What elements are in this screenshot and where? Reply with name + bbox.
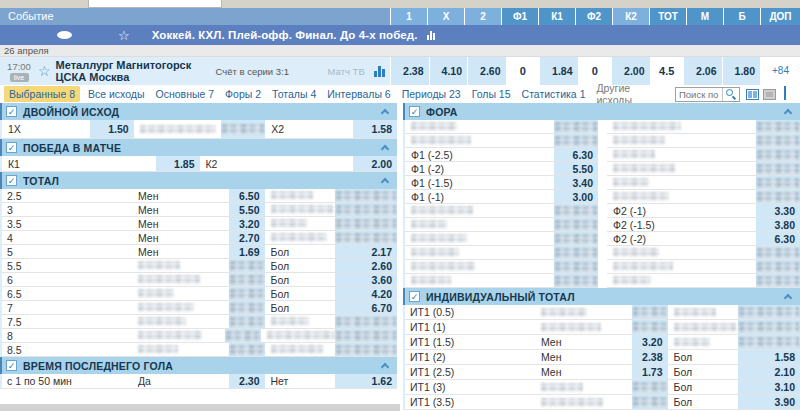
odds-value[interactable]: 2.00 xyxy=(353,156,397,171)
odds-value[interactable]: 2.60 xyxy=(335,259,397,272)
odds-value[interactable]: 3.60 xyxy=(335,273,397,286)
market-row xyxy=(607,190,800,204)
checkbox-checked-icon[interactable]: ✓ xyxy=(6,106,17,117)
odds-value[interactable]: 4.20 xyxy=(335,287,397,300)
blurred-odds-cell xyxy=(554,246,598,259)
checkbox-checked-icon[interactable]: ✓ xyxy=(6,360,17,371)
market-tab[interactable]: Выбранные 8 xyxy=(4,86,80,102)
chevron-up-icon[interactable] xyxy=(784,294,792,302)
market-tab[interactable]: Форы 2 xyxy=(225,88,261,100)
odds-value[interactable]: 3.30 xyxy=(756,204,800,217)
odds-value[interactable]: 5.50 xyxy=(229,203,265,216)
selection-label: Да xyxy=(132,375,229,387)
odds-value[interactable]: 1.50 xyxy=(90,120,134,138)
match-odds-cell[interactable]: 1.84 xyxy=(539,57,578,85)
odds-value[interactable]: 1.85 xyxy=(156,156,200,171)
odds-value[interactable]: 3.80 xyxy=(756,218,800,231)
blur-pixels xyxy=(230,261,264,271)
additional-markets-cell[interactable]: +84 xyxy=(760,57,800,85)
fora-stack: Ф2 (-1)3.30Ф2 (-1.5)3.80Ф2 (-2)6.30 xyxy=(607,120,800,288)
market-tab[interactable]: Основные 7 xyxy=(156,88,215,100)
match-odds-cell[interactable]: 0 xyxy=(506,57,540,85)
market-row: Ф2 (-1.5)3.80 xyxy=(607,218,800,232)
market-param: ИТ1 (1.5) xyxy=(405,336,535,348)
section-header: ✓ ДВОЙНОЙ ИСХОД xyxy=(0,103,397,120)
blur-pixels xyxy=(739,337,799,347)
search-button[interactable] xyxy=(722,88,739,101)
odds-value[interactable]: 5.50 xyxy=(554,162,598,175)
market-row xyxy=(405,134,598,148)
one-column-view-icon[interactable] xyxy=(763,89,776,100)
favorite-star-icon[interactable]: ☆ xyxy=(38,64,51,78)
odds-value[interactable]: 3.90 xyxy=(738,395,800,409)
odds-value[interactable]: 6.50 xyxy=(229,189,265,202)
match-odds-cell[interactable]: 0 xyxy=(578,57,612,85)
market-param: 6 xyxy=(2,274,132,286)
match-teams[interactable]: Металлург Магнитогорск ЦСКА Москва xyxy=(56,59,216,84)
match-odds-cell[interactable]: 1.80 xyxy=(722,57,761,85)
favorite-star-icon[interactable]: ☆ xyxy=(118,29,130,42)
match-odds-cell[interactable]: 4.5 xyxy=(650,57,684,85)
blur-pixels xyxy=(757,122,799,132)
match-odds-cell[interactable]: 2.60 xyxy=(467,57,506,85)
market-tab[interactable]: Тоталы 4 xyxy=(272,88,316,100)
search-input[interactable] xyxy=(676,89,722,100)
odds-value[interactable]: 1.58 xyxy=(353,120,397,138)
chevron-up-icon[interactable] xyxy=(784,109,792,117)
odds-value[interactable]: 1.69 xyxy=(229,245,265,258)
odds-value[interactable]: 3.20 xyxy=(229,217,265,230)
market-tab[interactable]: Статистика 1 xyxy=(522,88,586,100)
section-header: ✓ ИНДИВИДУАЛЬНЫЙ ТОТАЛ xyxy=(403,288,800,305)
selection-label: Бол xyxy=(265,288,336,300)
market-tab[interactable]: Интервалы 6 xyxy=(327,88,390,100)
market-row: ИТ1 (3)Бол3.10 xyxy=(405,380,800,395)
market-section: ✓ ВРЕМЯ ПОСЛЕДНЕГО ГОЛА с 1 по 50 минДа2… xyxy=(0,357,397,389)
market-tab[interactable]: Голы 15 xyxy=(472,88,511,100)
match-odds-cell[interactable]: 4.10 xyxy=(429,57,468,85)
market-row: Ф1 (-2.5)6.30 xyxy=(405,148,598,162)
odds-value[interactable]: 2.30 xyxy=(229,374,265,388)
odds-value[interactable]: 3.40 xyxy=(554,176,598,189)
blur-pixels xyxy=(336,205,396,215)
odds-value[interactable]: 1.58 xyxy=(738,350,800,364)
selection-label: Ф2 (-1.5) xyxy=(607,219,756,231)
odds-value[interactable]: 1.73 xyxy=(632,365,668,379)
section-header: ✓ ФОРА xyxy=(403,103,800,120)
checkbox-checked-icon[interactable]: ✓ xyxy=(6,175,17,186)
odds-value[interactable]: 6.30 xyxy=(554,148,598,161)
match-odds-cell[interactable]: 2.00 xyxy=(611,57,650,85)
match-odds-cell[interactable]: 2.38 xyxy=(390,57,429,85)
two-column-view-icon[interactable] xyxy=(746,89,759,100)
selection-label: Бол xyxy=(668,381,739,393)
odds-value[interactable]: 3.20 xyxy=(632,335,668,349)
chevron-up-icon[interactable] xyxy=(381,178,389,186)
odds-value[interactable]: 2.17 xyxy=(335,245,397,258)
odds-value[interactable]: 2.70 xyxy=(229,231,265,244)
match-statistics-icon[interactable] xyxy=(374,66,385,77)
market-row xyxy=(607,274,800,288)
market-half xyxy=(535,395,668,409)
checkbox-checked-icon[interactable]: ✓ xyxy=(409,106,420,117)
odds-value[interactable]: 6.70 xyxy=(335,301,397,314)
blurred-label xyxy=(613,248,659,257)
odds-value[interactable]: 2.38 xyxy=(632,350,668,364)
chevron-up-icon[interactable] xyxy=(381,109,389,117)
selection-label: Бол xyxy=(668,366,739,378)
odds-value[interactable]: 2.10 xyxy=(738,365,800,379)
odds-value[interactable]: 3.00 xyxy=(554,190,598,203)
hockey-puck-icon xyxy=(57,31,72,39)
market-tab[interactable]: Периоды 23 xyxy=(402,88,461,100)
section-header: ✓ ПОБЕДА В МАТЧЕ xyxy=(0,139,397,156)
checkbox-checked-icon[interactable]: ✓ xyxy=(6,142,17,153)
odds-value[interactable]: 3.10 xyxy=(738,380,800,394)
checkbox-checked-icon[interactable]: ✓ xyxy=(409,291,420,302)
chevron-up-icon[interactable] xyxy=(381,145,389,153)
collapse-all-icon[interactable] xyxy=(784,88,796,100)
statistics-bars-icon[interactable] xyxy=(427,31,435,40)
market-tab[interactable]: Все исходы xyxy=(88,88,145,100)
chevron-up-icon[interactable] xyxy=(381,363,389,371)
market-param: 6.5 xyxy=(2,288,132,300)
odds-value[interactable]: 1.62 xyxy=(335,374,397,388)
match-odds-cell[interactable]: 2.06 xyxy=(683,57,722,85)
odds-value[interactable]: 6.30 xyxy=(756,232,800,245)
